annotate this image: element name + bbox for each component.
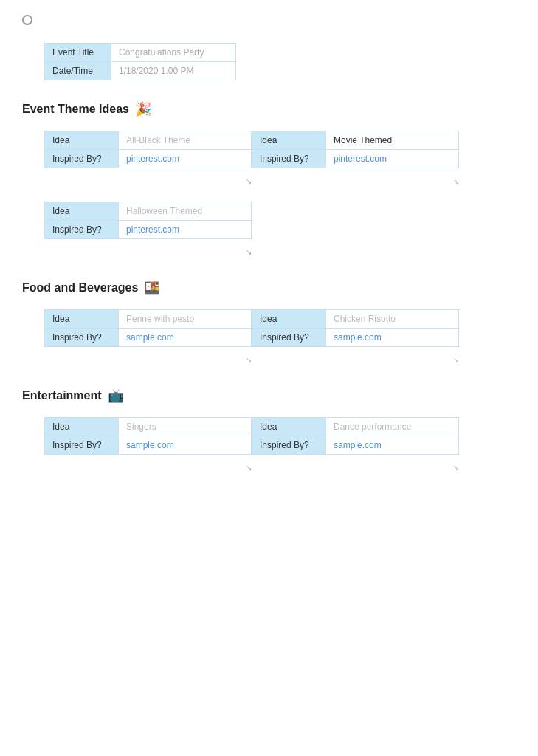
section-emoji-event-theme-ideas: 🎉 bbox=[135, 101, 151, 117]
resize-handle-icon[interactable]: ↘ bbox=[246, 248, 253, 255]
section-entertainment: Entertainment📺IdeaSingersInspired By?sam… bbox=[22, 388, 516, 488]
idea-label: Idea bbox=[252, 418, 326, 436]
idea-value[interactable]: All-Black Theme bbox=[119, 131, 252, 150]
section-title-entertainment: Entertainment bbox=[22, 389, 102, 402]
inspired-by-value[interactable]: pinterest.com bbox=[119, 150, 252, 168]
idea-label: Idea bbox=[252, 131, 326, 150]
idea-card-wrapper: IdeaChicken RisottoInspired By?sample.co… bbox=[252, 309, 459, 362]
cards-container-entertainment: IdeaSingersInspired By?sample.com↘IdeaDa… bbox=[44, 417, 516, 488]
section-event-theme-ideas: Event Theme Ideas🎉IdeaAll-Black ThemeIns… bbox=[22, 101, 516, 272]
inspired-by-label: Inspired By? bbox=[252, 150, 326, 168]
event-info-label: Date/Time bbox=[45, 62, 111, 80]
section-emoji-food-and-beverages: 🍱 bbox=[144, 280, 160, 296]
idea-card-wrapper: IdeaMovie ThemedInspired By?pinterest.co… bbox=[252, 131, 459, 183]
inspired-by-value[interactable]: sample.com bbox=[119, 436, 252, 455]
idea-card: IdeaSingersInspired By?sample.com bbox=[44, 417, 252, 455]
idea-label: Idea bbox=[45, 202, 119, 221]
idea-card-wrapper: IdeaPenne with pestoInspired By?sample.c… bbox=[44, 309, 252, 362]
section-header-event-theme-ideas: Event Theme Ideas🎉 bbox=[22, 101, 516, 117]
sections-container: Event Theme Ideas🎉IdeaAll-Black ThemeIns… bbox=[22, 101, 516, 488]
idea-card-wrapper: IdeaAll-Black ThemeInspired By?pinterest… bbox=[44, 131, 252, 183]
idea-row: IdeaPenne with pesto bbox=[45, 310, 252, 329]
event-info-row: Event TitleCongratulations Party bbox=[45, 44, 236, 62]
idea-card: IdeaDance performanceInspired By?sample.… bbox=[252, 417, 459, 455]
inspired-by-row: Inspired By?sample.com bbox=[45, 329, 252, 347]
idea-row: IdeaAll-Black Theme bbox=[45, 131, 252, 150]
inspired-by-value[interactable]: pinterest.com bbox=[119, 221, 252, 239]
inspired-by-label: Inspired By? bbox=[252, 436, 326, 455]
idea-card-wrapper: IdeaHalloween ThemedInspired By?pinteres… bbox=[44, 202, 252, 254]
idea-row: IdeaDance performance bbox=[252, 418, 459, 436]
inspired-by-row: Inspired By?sample.com bbox=[45, 436, 252, 455]
idea-card: IdeaAll-Black ThemeInspired By?pinterest… bbox=[44, 131, 252, 168]
idea-label: Idea bbox=[45, 418, 119, 436]
inspired-by-label: Inspired By? bbox=[45, 150, 119, 168]
idea-card-wrapper: IdeaDance performanceInspired By?sample.… bbox=[252, 417, 459, 470]
idea-row: IdeaHalloween Themed bbox=[45, 202, 252, 221]
idea-value[interactable]: Movie Themed bbox=[326, 131, 459, 150]
section-emoji-entertainment: 📺 bbox=[108, 388, 124, 404]
section-header-food-and-beverages: Food and Beverages🍱 bbox=[22, 280, 516, 296]
resize-handle-icon[interactable]: ↘ bbox=[453, 177, 461, 185]
idea-row: IdeaMovie Themed bbox=[252, 131, 459, 150]
inspired-by-row: Inspired By?pinterest.com bbox=[45, 150, 252, 168]
section-title-event-theme-ideas: Event Theme Ideas bbox=[22, 103, 129, 116]
inspired-by-label: Inspired By? bbox=[45, 329, 119, 347]
inspired-by-row: Inspired By?sample.com bbox=[252, 329, 459, 347]
idea-value[interactable]: Singers bbox=[119, 418, 252, 436]
event-info-value[interactable]: 1/18/2020 1:00 PM bbox=[111, 62, 236, 80]
inspired-by-value[interactable]: sample.com bbox=[326, 436, 459, 455]
cards-container-food-and-beverages: IdeaPenne with pestoInspired By?sample.c… bbox=[44, 309, 516, 380]
idea-value[interactable]: Dance performance bbox=[326, 418, 459, 436]
section-food-and-beverages: Food and Beverages🍱IdeaPenne with pestoI… bbox=[22, 280, 516, 380]
idea-label: Idea bbox=[45, 310, 119, 329]
section-title-food-and-beverages: Food and Beverages bbox=[22, 281, 138, 295]
idea-value[interactable]: Halloween Themed bbox=[119, 202, 252, 221]
idea-card: IdeaMovie ThemedInspired By?pinterest.co… bbox=[252, 131, 459, 168]
inspired-by-value[interactable]: sample.com bbox=[119, 329, 252, 347]
idea-value[interactable]: Penne with pesto bbox=[119, 310, 252, 329]
event-info-label: Event Title bbox=[45, 44, 111, 62]
idea-label: Idea bbox=[252, 310, 326, 329]
resize-handle-icon[interactable]: ↘ bbox=[453, 464, 461, 471]
inspired-by-value[interactable]: pinterest.com bbox=[326, 150, 459, 168]
inspired-by-label: Inspired By? bbox=[45, 436, 119, 455]
idea-card: IdeaHalloween ThemedInspired By?pinteres… bbox=[44, 202, 252, 239]
event-info-section: Event TitleCongratulations PartyDate/Tim… bbox=[22, 43, 516, 80]
event-info-table: Event TitleCongratulations PartyDate/Tim… bbox=[44, 43, 236, 80]
inspired-by-label: Inspired By? bbox=[45, 221, 119, 239]
section-header-entertainment: Entertainment📺 bbox=[22, 388, 516, 404]
event-info-value[interactable]: Congratulations Party bbox=[111, 44, 236, 62]
inspired-by-row: Inspired By?pinterest.com bbox=[252, 150, 459, 168]
inspired-by-row: Inspired By?pinterest.com bbox=[45, 221, 252, 239]
idea-card: IdeaPenne with pestoInspired By?sample.c… bbox=[44, 309, 252, 347]
resize-handle-icon[interactable]: ↘ bbox=[453, 356, 461, 363]
cards-container-event-theme-ideas: IdeaAll-Black ThemeInspired By?pinterest… bbox=[44, 131, 516, 272]
inspired-by-label: Inspired By? bbox=[252, 329, 326, 347]
circle-icon bbox=[22, 15, 32, 25]
inspired-by-value[interactable]: sample.com bbox=[326, 329, 459, 347]
idea-label: Idea bbox=[45, 131, 119, 150]
idea-row: IdeaChicken Risotto bbox=[252, 310, 459, 329]
page-header bbox=[22, 15, 516, 25]
event-info-row: Date/Time1/18/2020 1:00 PM bbox=[45, 62, 236, 80]
idea-value[interactable]: Chicken Risotto bbox=[326, 310, 459, 329]
idea-card-wrapper: IdeaSingersInspired By?sample.com↘ bbox=[44, 417, 252, 470]
idea-card: IdeaChicken RisottoInspired By?sample.co… bbox=[252, 309, 459, 347]
inspired-by-row: Inspired By?sample.com bbox=[252, 436, 459, 455]
idea-row: IdeaSingers bbox=[45, 418, 252, 436]
